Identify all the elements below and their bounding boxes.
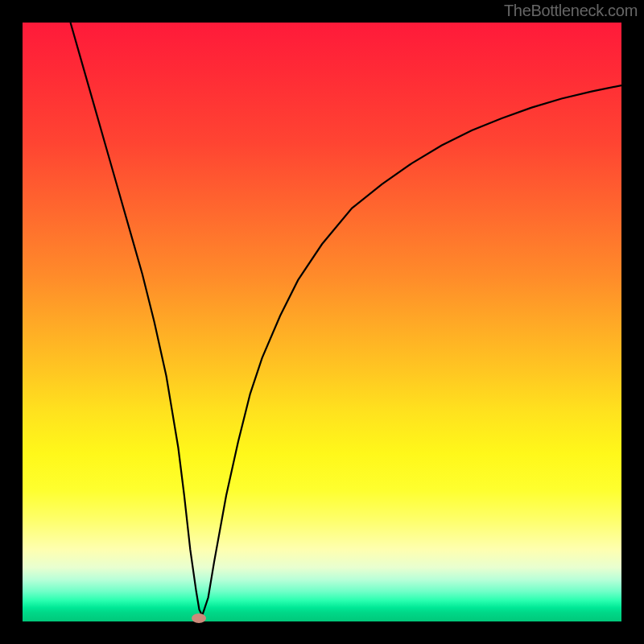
watermark-text: TheBottleneck.com xyxy=(504,2,638,20)
chart-plot-area xyxy=(23,23,621,621)
bottleneck-curve xyxy=(23,23,621,621)
optimal-point-marker xyxy=(192,613,206,623)
